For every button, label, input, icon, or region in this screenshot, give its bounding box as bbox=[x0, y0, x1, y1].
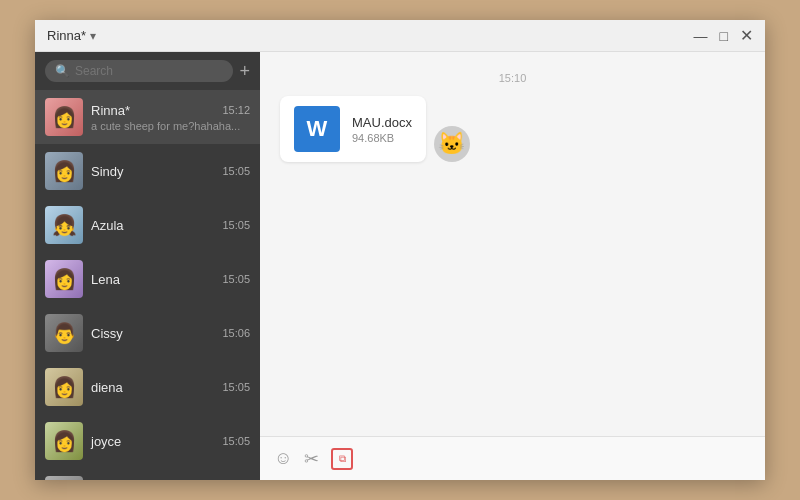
contact-preview: a cute sheep for me?hahaha... bbox=[91, 120, 250, 132]
contact-info: Rinna* 15:12 a cute sheep for me?hahaha.… bbox=[91, 103, 250, 132]
contact-name: Cissy bbox=[91, 326, 123, 341]
contact-time: 15:05 bbox=[222, 435, 250, 447]
word-file-icon: W bbox=[294, 106, 340, 152]
list-item[interactable]: 👧 Azula 15:05 bbox=[35, 198, 260, 252]
contact-name-row: Cissy 15:06 bbox=[91, 326, 250, 341]
sender-avatar: 🐱 bbox=[434, 126, 470, 162]
chat-area: 15:10 W MAU.docx 94.68KB 🐱 ☺ bbox=[260, 52, 765, 480]
contact-name: Azula bbox=[91, 218, 124, 233]
paste-button[interactable]: ⧉ bbox=[331, 448, 353, 470]
chat-messages: 15:10 W MAU.docx 94.68KB 🐱 bbox=[260, 52, 765, 436]
list-item[interactable]: 👩 Rinna* 15:12 a cute sheep for me?hahah… bbox=[35, 90, 260, 144]
search-input[interactable] bbox=[75, 64, 223, 78]
contact-info: Lena 15:05 bbox=[91, 272, 250, 287]
contact-time: 15:06 bbox=[222, 327, 250, 339]
contact-time: 15:05 bbox=[222, 273, 250, 285]
contact-info: Cissy 15:06 bbox=[91, 326, 250, 341]
add-contact-button[interactable]: + bbox=[239, 62, 250, 80]
avatar: 👩 bbox=[45, 152, 83, 190]
list-item[interactable]: 👩 Sofia 15:05 bbox=[35, 468, 260, 480]
contact-name-row: Azula 15:05 bbox=[91, 218, 250, 233]
contact-name-row: Rinna* 15:12 bbox=[91, 103, 250, 118]
contact-name-row: joyce 15:05 bbox=[91, 434, 250, 449]
list-item[interactable]: 👩 Lena 15:05 bbox=[35, 252, 260, 306]
message-row: W MAU.docx 94.68KB 🐱 bbox=[280, 96, 745, 162]
emoji-button[interactable]: ☺ bbox=[274, 448, 292, 469]
contact-info: Sindy 15:05 bbox=[91, 164, 250, 179]
file-info: MAU.docx 94.68KB bbox=[352, 115, 412, 144]
avatar: 👨 bbox=[45, 314, 83, 352]
contact-time: 15:12 bbox=[222, 104, 250, 116]
contact-name-row: diena 15:05 bbox=[91, 380, 250, 395]
app-window: Rinna* ▾ — □ ✕ 🔍 + 👩 bbox=[35, 20, 765, 480]
file-size: 94.68KB bbox=[352, 132, 412, 144]
contact-info: joyce 15:05 bbox=[91, 434, 250, 449]
avatar: 👩 bbox=[45, 422, 83, 460]
contact-info: Azula 15:05 bbox=[91, 218, 250, 233]
list-item[interactable]: 👩 diena 15:05 bbox=[35, 360, 260, 414]
list-item[interactable]: 👨 Cissy 15:06 bbox=[35, 306, 260, 360]
title-bar: Rinna* ▾ — □ ✕ bbox=[35, 20, 765, 52]
search-wrapper[interactable]: 🔍 bbox=[45, 60, 233, 82]
minimize-button[interactable]: — bbox=[694, 29, 708, 43]
contact-name: Sindy bbox=[91, 164, 124, 179]
avatar: 👩 bbox=[45, 260, 83, 298]
window-controls: — □ ✕ bbox=[694, 28, 753, 44]
contact-list: 👩 Rinna* 15:12 a cute sheep for me?hahah… bbox=[35, 90, 260, 480]
chevron-down-icon[interactable]: ▾ bbox=[90, 29, 96, 43]
chat-input-bar: ☺ ✂ ⧉ bbox=[260, 436, 765, 480]
contact-name: Lena bbox=[91, 272, 120, 287]
file-message-bubble[interactable]: W MAU.docx 94.68KB bbox=[280, 96, 426, 162]
main-content: 🔍 + 👩 Rinna* 15:12 a cute bbox=[35, 52, 765, 480]
avatar: 👩 bbox=[45, 98, 83, 136]
contact-time: 15:05 bbox=[222, 165, 250, 177]
contact-name: Rinna* bbox=[91, 103, 130, 118]
contact-info: diena 15:05 bbox=[91, 380, 250, 395]
file-name: MAU.docx bbox=[352, 115, 412, 130]
contact-name-row: Lena 15:05 bbox=[91, 272, 250, 287]
avatar: 👧 bbox=[45, 206, 83, 244]
avatar: 👩 bbox=[45, 368, 83, 406]
sidebar: 🔍 + 👩 Rinna* 15:12 a cute bbox=[35, 52, 260, 480]
message-time-label: 15:10 bbox=[280, 72, 745, 84]
close-button[interactable]: ✕ bbox=[740, 28, 753, 44]
chat-title-text: Rinna* bbox=[47, 28, 86, 43]
restore-button[interactable]: □ bbox=[720, 29, 728, 43]
contact-name-row: Sindy 15:05 bbox=[91, 164, 250, 179]
contact-time: 15:05 bbox=[222, 381, 250, 393]
contact-name: diena bbox=[91, 380, 123, 395]
list-item[interactable]: 👩 Sindy 15:05 bbox=[35, 144, 260, 198]
chat-title: Rinna* ▾ bbox=[47, 28, 96, 43]
list-item[interactable]: 👩 joyce 15:05 bbox=[35, 414, 260, 468]
search-icon: 🔍 bbox=[55, 64, 70, 78]
contact-time: 15:05 bbox=[222, 219, 250, 231]
contact-name: joyce bbox=[91, 434, 121, 449]
avatar: 👩 bbox=[45, 476, 83, 480]
scissors-button[interactable]: ✂ bbox=[304, 448, 319, 470]
search-bar: 🔍 + bbox=[35, 52, 260, 90]
paste-icon: ⧉ bbox=[339, 454, 346, 464]
avatar-cat-icon: 🐱 bbox=[438, 131, 465, 157]
